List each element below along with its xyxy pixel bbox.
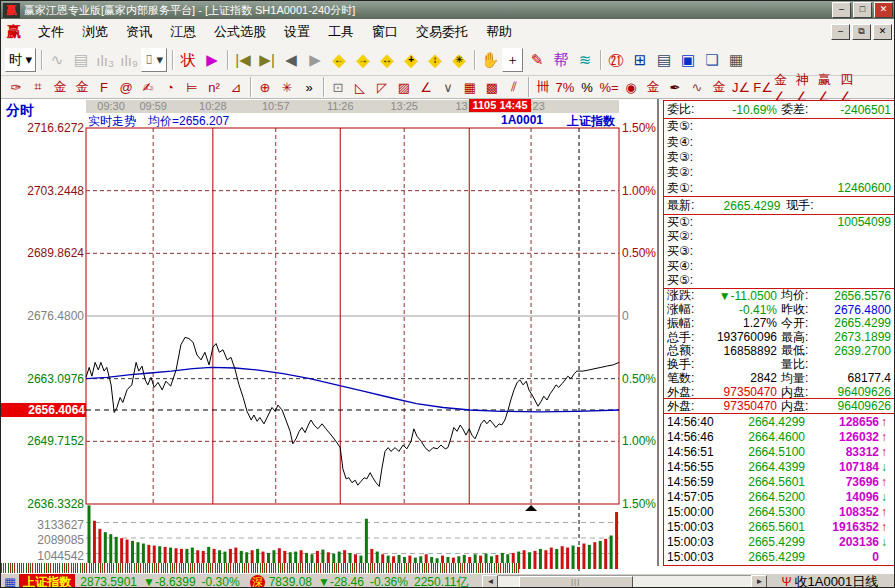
brush-icon[interactable]: ✑: [5, 77, 27, 97]
title-bar[interactable]: 赢 赢家江恩专业版[赢家内部服务平台] - [上证指数 SH1A0001-240…: [1, 1, 895, 19]
ruler-icon[interactable]: ⊨: [181, 77, 203, 97]
trade-row[interactable]: 15:00:002664.5300108352↑: [664, 504, 894, 519]
menu-item-1[interactable]: 浏览: [73, 20, 117, 44]
angle-line-icon[interactable]: ∠: [415, 77, 437, 97]
trade-row[interactable]: 15:00:032665.4299203136↓: [664, 534, 894, 549]
v-shape-icon[interactable]: ∨: [437, 77, 459, 97]
sz-badge-icon[interactable]: 深: [250, 575, 265, 588]
slash-lines-icon[interactable]: ⫽: [503, 77, 525, 97]
panel-divider[interactable]: [657, 99, 660, 566]
mdi-restore-button[interactable]: ⧉: [852, 24, 871, 40]
fan-box-icon[interactable]: ◸: [371, 77, 393, 97]
f-grid-icon[interactable]: F: [93, 77, 115, 97]
trade-row[interactable]: 15:00:032665.42990: [664, 549, 894, 564]
bars3-icon[interactable]: ılı₃: [93, 48, 117, 72]
percent7-icon[interactable]: 7%: [554, 77, 576, 97]
maximize-button[interactable]: □: [853, 2, 872, 18]
n-square-icon[interactable]: n²: [203, 77, 225, 97]
brain-icon[interactable]: ≋: [573, 48, 597, 72]
mdi-close-button[interactable]: ✕: [873, 24, 892, 40]
scroll-track[interactable]: |||: [498, 575, 751, 588]
diamond-right-icon[interactable]: ◆→: [351, 48, 375, 72]
index-ticker-badge[interactable]: 上证指数: [19, 574, 75, 588]
quote-table-icon[interactable]: ▦: [1, 575, 19, 588]
trade-list[interactable]: 14:56:402664.4299128656↑14:56:462664.460…: [664, 414, 894, 564]
menu-item-0[interactable]: 文件: [29, 20, 73, 44]
doc-icon[interactable]: ▤: [69, 48, 93, 72]
grid-tool-icon[interactable]: ⌗: [27, 77, 49, 97]
menu-item-3[interactable]: 江恩: [161, 20, 205, 44]
trade-row[interactable]: 15:00:032665.56011916352↑: [664, 519, 894, 534]
f-angle-icon[interactable]: F∠: [752, 77, 774, 97]
red-grid2-icon[interactable]: ▩: [481, 77, 503, 97]
j-angle-icon[interactable]: J∠: [730, 77, 752, 97]
shen-angle-icon[interactable]: 神∠: [796, 77, 818, 97]
diamond-center-icon[interactable]: ◆+: [399, 48, 423, 72]
menu-item-5[interactable]: 设置: [275, 20, 319, 44]
brush-ruler-icon[interactable]: ✍: [137, 77, 159, 97]
flag-icon[interactable]: ⊿: [225, 77, 247, 97]
trade-row[interactable]: 14:56:462664.4600126032↑: [664, 429, 894, 444]
menu-item-4[interactable]: 公式选股: [205, 20, 275, 44]
last-bar-icon[interactable]: ▶|: [255, 48, 279, 72]
spiral-icon[interactable]: @: [115, 77, 137, 97]
chart-region[interactable]: 分时 09:3009:5910:2810:5711:2613:2513:5414…: [1, 99, 661, 573]
close-button[interactable]: ✕: [874, 2, 893, 18]
percent-icon[interactable]: %: [576, 77, 598, 97]
prev-bar-icon[interactable]: ◀: [279, 48, 303, 72]
si-angle-icon[interactable]: 四∠: [840, 77, 862, 97]
interval-dropdown-button[interactable]: 时 ▾: [5, 48, 36, 72]
next-bar-icon[interactable]: ▶: [303, 48, 327, 72]
trade-row[interactable]: 14:56:402664.4299128656↑: [664, 414, 894, 429]
minimize-button[interactable]: –: [832, 2, 851, 18]
gold-grid2-icon[interactable]: 金: [71, 77, 93, 97]
color-band-icon[interactable]: ▶: [200, 48, 224, 72]
gann-grid-icon[interactable]: 状: [176, 48, 200, 72]
wave-a-icon[interactable]: ∿: [686, 77, 708, 97]
scroll-left-button[interactable]: ◄: [482, 575, 498, 588]
print-icon[interactable]: ▦: [724, 48, 748, 72]
first-bar-icon[interactable]: |◀: [231, 48, 255, 72]
gold-grid-icon[interactable]: 金: [49, 77, 71, 97]
percent-line-icon[interactable]: %=: [598, 77, 620, 97]
fan-lines-icon[interactable]: ◺: [349, 77, 371, 97]
diamond-vexpand-icon[interactable]: ◆↕: [423, 48, 447, 72]
save-icon[interactable]: ▣: [676, 48, 700, 72]
horizontal-scrollbar[interactable]: ◄ ||| ►: [482, 575, 767, 588]
notepad-icon[interactable]: ▤: [652, 48, 676, 72]
pen-icon[interactable]: ✎: [525, 48, 549, 72]
calendar-icon[interactable]: ㉑: [604, 48, 628, 72]
hatch-box-icon[interactable]: ▨: [393, 77, 415, 97]
hand-icon[interactable]: ✋: [478, 48, 502, 72]
count-bars-icon[interactable]: 卌: [532, 77, 554, 97]
trade-row[interactable]: 14:56:552664.4399107184↓: [664, 459, 894, 474]
gold-angle0-icon[interactable]: 金: [708, 77, 730, 97]
candle-dropdown-button[interactable]: ⌷ ▾: [141, 48, 167, 72]
box-select-icon[interactable]: ⊡: [327, 77, 349, 97]
diamond-all-icon[interactable]: ◆✳: [447, 48, 471, 72]
bars9-icon[interactable]: ılı₉: [117, 48, 141, 72]
star-target-icon[interactable]: ✳: [276, 77, 298, 97]
menu-item-8[interactable]: 交易委托: [407, 20, 477, 44]
trade-row[interactable]: 14:57:052664.520014096↓: [664, 489, 894, 504]
menu-item-7[interactable]: 窗口: [363, 20, 407, 44]
scroll-right-button[interactable]: ►: [751, 575, 767, 588]
trend-icon[interactable]: ∿: [45, 48, 69, 72]
crosshair-icon[interactable]: ＋: [502, 48, 523, 72]
gann-band-icon[interactable]: 帮: [549, 48, 573, 72]
menu-item-6[interactable]: 工具: [319, 20, 363, 44]
intraday-chart[interactable]: [1, 99, 661, 573]
mdi-minimize-button[interactable]: –: [831, 24, 850, 40]
menu-item-2[interactable]: 资讯: [117, 20, 161, 44]
circle-divide-icon[interactable]: ◔: [159, 77, 181, 97]
ying-angle-icon[interactable]: 赢∠: [818, 77, 840, 97]
diamond-hexpand-icon[interactable]: ◆↔: [375, 48, 399, 72]
more-tools-chevron[interactable]: »: [298, 77, 320, 97]
menu-item-9[interactable]: 帮助: [477, 20, 521, 44]
gold-circle-icon[interactable]: ◉: [620, 77, 642, 97]
gold-angle-icon[interactable]: 金∠: [774, 77, 796, 97]
trade-row[interactable]: 14:56:512664.510083312↑: [664, 444, 894, 459]
circle-target-icon[interactable]: ⊕: [254, 77, 276, 97]
export-image-icon[interactable]: ❏: [700, 48, 724, 72]
trade-row[interactable]: 14:56:592664.560173696↑: [664, 474, 894, 489]
